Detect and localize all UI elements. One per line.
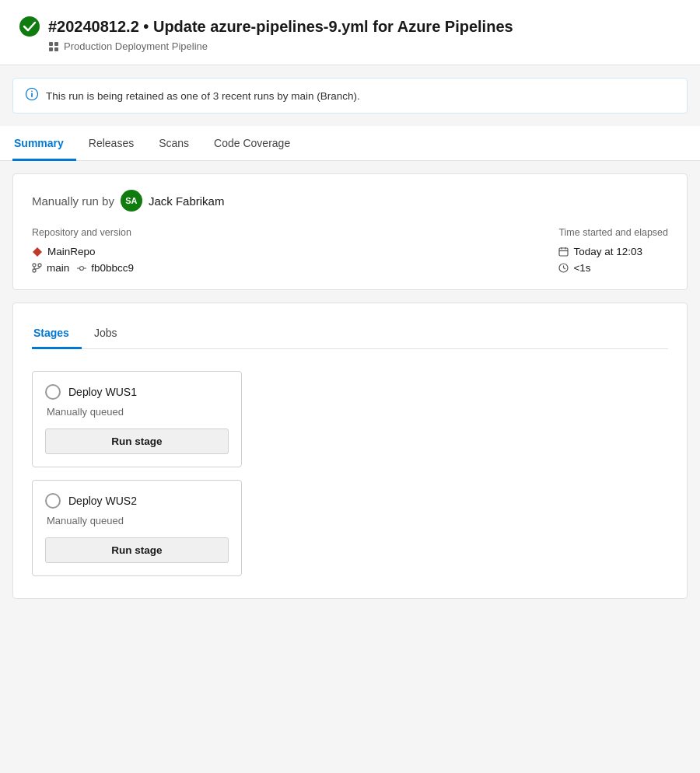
pipeline-icon: [48, 41, 59, 52]
stage-card-wus1: Deploy WUS1 Manually queued Run stage: [32, 371, 242, 467]
left-details: Repository and version MainRepo: [32, 227, 134, 274]
svg-line-22: [564, 268, 566, 270]
run-by-label: Manually run by: [32, 194, 114, 208]
repo-section-label: Repository and version: [32, 227, 134, 238]
stage-name-wus2: Deploy WUS2: [68, 495, 137, 507]
run-stage-button-wus2[interactable]: Run stage: [45, 537, 229, 563]
svg-point-9: [33, 264, 36, 267]
tabs-row: Summary Releases Scans Code Coverage: [12, 126, 688, 160]
right-details: Time started and elapsed Today at 12:03: [558, 227, 668, 274]
user-name: Jack Fabrikam: [149, 194, 225, 208]
branch-name: main: [47, 262, 69, 274]
tab-stages[interactable]: Stages: [32, 319, 82, 349]
svg-rect-1: [49, 42, 53, 46]
svg-point-13: [80, 266, 84, 270]
commit-icon: [77, 264, 86, 273]
stage-circle-wus2: [45, 493, 61, 509]
commit-hash: fb0bbcc9: [91, 262, 134, 274]
tab-jobs[interactable]: Jobs: [82, 319, 130, 349]
pipeline-name: Production Deployment Pipeline: [64, 40, 208, 52]
subtitle-row: Production Deployment Pipeline: [19, 40, 681, 52]
stage-status-wus1: Manually queued: [45, 406, 229, 418]
info-banner: This run is being retained as one of 3 r…: [12, 78, 688, 114]
branch-icon: [32, 263, 42, 273]
run-stage-button-wus1[interactable]: Run stage: [45, 428, 229, 454]
svg-point-10: [38, 264, 41, 267]
tab-releases[interactable]: Releases: [76, 126, 146, 161]
stages-list: Deploy WUS1 Manually queued Run stage De…: [32, 365, 668, 582]
svg-point-0: [19, 16, 40, 37]
stage-status-wus2: Manually queued: [45, 515, 229, 526]
run-by-row: Manually run by SA Jack Fabrikam: [32, 190, 668, 212]
tab-code-coverage[interactable]: Code Coverage: [201, 126, 303, 161]
header-title-row: #20240812.2 • Update azure-pipelines-9.y…: [19, 16, 681, 37]
elapsed-item: <1s: [558, 262, 668, 274]
repo-name: MainRepo: [47, 246, 96, 257]
avatar: SA: [121, 190, 142, 212]
page-wrapper: #20240812.2 • Update azure-pipelines-9.y…: [0, 0, 700, 599]
svg-rect-6: [31, 93, 33, 98]
tabs-section: Summary Releases Scans Code Coverage: [0, 126, 700, 161]
svg-rect-2: [54, 42, 58, 46]
repo-item: MainRepo: [32, 246, 134, 257]
page-title: #20240812.2 • Update azure-pipelines-9.y…: [48, 18, 513, 36]
time-started-item: Today at 12:03: [558, 246, 668, 257]
success-icon: [19, 16, 40, 37]
summary-card: Manually run by SA Jack Fabrikam Reposit…: [12, 173, 688, 290]
stage-name-wus1: Deploy WUS1: [68, 386, 137, 398]
svg-rect-4: [54, 47, 58, 51]
inner-tabs: Stages Jobs: [32, 319, 668, 349]
calendar-icon: [558, 247, 569, 257]
svg-rect-16: [559, 248, 568, 256]
details-row: Repository and version MainRepo: [32, 227, 668, 274]
stage-card-wus2: Deploy WUS2 Manually queued Run stage: [32, 480, 242, 576]
repo-icon: [32, 247, 43, 257]
stage-header-wus2: Deploy WUS2: [45, 493, 229, 509]
header-section: #20240812.2 • Update azure-pipelines-9.y…: [0, 0, 700, 65]
stage-circle-wus1: [45, 384, 61, 400]
info-icon: [26, 88, 38, 103]
svg-rect-3: [49, 47, 53, 51]
time-section-label: Time started and elapsed: [558, 227, 668, 238]
banner-message: This run is being retained as one of 3 r…: [46, 90, 360, 102]
time-started: Today at 12:03: [573, 246, 642, 257]
svg-marker-8: [33, 247, 42, 257]
elapsed-time: <1s: [573, 262, 590, 274]
branch-commit-item: main fb0bbcc9: [32, 262, 134, 274]
stage-header-wus1: Deploy WUS1: [45, 384, 229, 400]
tab-summary[interactable]: Summary: [12, 126, 76, 161]
tab-scans[interactable]: Scans: [146, 126, 201, 161]
svg-rect-7: [31, 91, 33, 93]
clock-icon: [558, 263, 569, 273]
stages-card: Stages Jobs Deploy WUS1 Manually queued …: [12, 303, 688, 599]
